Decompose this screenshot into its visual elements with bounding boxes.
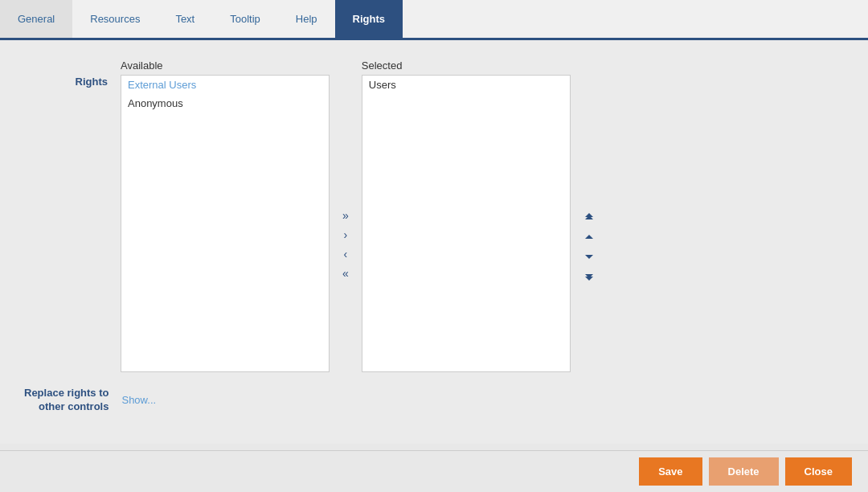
list-item[interactable]: Users (362, 76, 570, 94)
main-content: Rights Available External Users Anonymou… (0, 40, 868, 444)
list-item[interactable]: Anonymous (121, 94, 329, 113)
tab-text[interactable]: Text (158, 0, 212, 38)
tab-bar: General Resources Text Tooltip Help Righ… (0, 0, 868, 40)
replace-rights-row: Replace rights toother controls Show... (24, 387, 844, 414)
lists-area: Available External Users Anonymous » › ‹… (121, 59, 844, 372)
tab-help[interactable]: Help (278, 0, 335, 38)
selected-label: Selected (362, 59, 571, 72)
list-item[interactable]: External Users (121, 76, 329, 94)
rights-field-label: Rights (24, 76, 121, 88)
rights-section: Rights Available External Users Anonymou… (24, 59, 844, 372)
selected-list[interactable]: Users (362, 75, 571, 372)
tab-resources[interactable]: Resources (72, 0, 158, 38)
close-button[interactable]: Close (785, 457, 852, 486)
save-button[interactable]: Save (639, 457, 702, 486)
order-buttons (571, 208, 608, 287)
move-up-button[interactable] (580, 229, 598, 245)
selected-col: Selected Users (362, 59, 571, 372)
tab-tooltip[interactable]: Tooltip (212, 0, 278, 38)
available-col: Available External Users Anonymous (121, 59, 330, 372)
remove-all-button[interactable]: « (339, 266, 352, 281)
footer: Save Delete Close (0, 450, 868, 492)
move-bottom-button[interactable] (580, 271, 598, 287)
tab-rights[interactable]: Rights (335, 0, 403, 38)
available-label: Available (121, 59, 330, 72)
remove-button[interactable]: ‹ (341, 247, 351, 261)
add-button[interactable]: › (341, 228, 351, 242)
move-down-button[interactable] (580, 250, 598, 266)
available-list[interactable]: External Users Anonymous (121, 75, 330, 372)
replace-rights-label: Replace rights toother controls (24, 387, 121, 414)
show-link[interactable]: Show... (121, 394, 156, 406)
tab-general[interactable]: General (0, 0, 72, 38)
delete-button[interactable]: Delete (709, 457, 779, 486)
move-top-button[interactable] (580, 208, 598, 224)
transfer-buttons: » › ‹ « (330, 208, 362, 281)
add-all-button[interactable]: » (339, 208, 352, 223)
